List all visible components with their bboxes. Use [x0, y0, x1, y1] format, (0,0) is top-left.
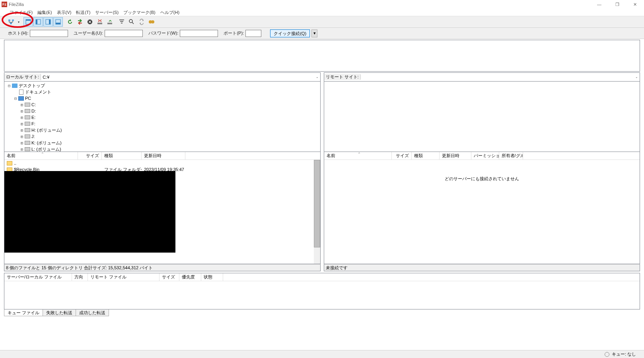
tree-node[interactable]: ⊞K: (ボリューム) — [5, 140, 319, 146]
toggle-remotetree-button[interactable] — [43, 17, 53, 27]
status-bar: キュー: なし — [0, 350, 644, 358]
sync-browse-button[interactable] — [137, 17, 146, 27]
tree-expand-icon[interactable]: ⊞ — [19, 103, 24, 107]
remote-summary: 未接続です — [324, 264, 640, 271]
remote-list-body[interactable]: どのサーバーにも接続されていません — [324, 160, 640, 264]
tree-node[interactable]: ⊟デスクトップ — [5, 82, 319, 89]
queue-col[interactable]: 優先度 — [179, 273, 201, 281]
tree-expand-icon[interactable]: ⊞ — [19, 128, 24, 132]
toggle-messagelog-button[interactable] — [23, 17, 33, 27]
tree-label: K: (ボリューム) — [31, 140, 62, 146]
col-perm[interactable]: パーミッション — [471, 152, 499, 160]
menu-bookmark[interactable]: ブックマーク(B) — [123, 10, 156, 16]
sitemanager-dropdown-icon[interactable]: ▾ — [16, 20, 21, 24]
col-type[interactable]: 種類 — [102, 152, 142, 160]
pass-input[interactable] — [180, 30, 218, 37]
tree-label: F: — [31, 121, 35, 126]
message-log[interactable] — [4, 40, 640, 72]
tree-expand-icon[interactable]: ⊞ — [19, 115, 24, 120]
queue-col[interactable]: サーバー/ローカル ファイル — [4, 273, 72, 281]
local-list-header: 名前 ^ サイズ 種類 更新日時 — [4, 152, 320, 160]
close-button[interactable]: ✕ — [626, 0, 644, 9]
col-type[interactable]: 種類 — [412, 152, 440, 160]
tree-expand-icon[interactable]: ⊟ — [13, 96, 18, 101]
quickconnect-button[interactable]: クイック接続(Q) — [270, 29, 310, 37]
tree-node[interactable]: ⊟PC — [5, 95, 319, 101]
toggle-queue-button[interactable] — [53, 17, 63, 27]
local-site-row: ローカル サイト: C:¥ ⌄ — [4, 72, 321, 81]
tree-node[interactable]: ドキュメント — [5, 89, 319, 95]
host-input[interactable] — [30, 30, 68, 37]
maximize-button[interactable]: ❐ — [608, 0, 626, 9]
quickconnect-dropdown-icon[interactable]: ▾ — [311, 29, 317, 37]
tree-expand-icon[interactable]: ⊟ — [7, 84, 12, 88]
remote-tree[interactable] — [324, 81, 640, 152]
menu-help[interactable]: ヘルプ(H) — [160, 10, 179, 16]
menu-edit[interactable]: 編集(E) — [37, 10, 52, 16]
local-path-combo[interactable]: C:¥ ⌄ — [41, 74, 320, 80]
local-tree[interactable]: ⊟デスクトップドキュメント⊟PC⊞C:⊞D:⊞E:⊞F:⊞H: (ボリューム)⊞… — [4, 81, 321, 152]
queue-col[interactable]: サイズ — [160, 273, 179, 281]
drive-icon — [24, 127, 31, 133]
tree-node[interactable]: ⊞F: — [5, 121, 319, 127]
local-list-body[interactable]: ..$Recycle.Binファイル フォルダー2023/11/09 19:35… — [4, 160, 320, 264]
list-row[interactable]: .. — [4, 160, 320, 166]
filter-button[interactable] — [117, 17, 126, 27]
tree-expand-icon[interactable]: ⊞ — [19, 141, 24, 145]
queue-body[interactable] — [4, 281, 640, 309]
tab-failed-transfers[interactable]: 失敗した転送 — [43, 309, 76, 316]
tree-expand-icon[interactable]: ⊞ — [19, 109, 24, 113]
tab-successful-transfers[interactable]: 成功した転送 — [76, 309, 109, 316]
refresh-button[interactable] — [65, 17, 75, 27]
local-summary: 8 個のファイルと 15 個のディレクトリ 合計サイズ: 15,532,544,… — [4, 264, 321, 271]
tree-node[interactable]: ⊞L: (ボリューム) — [5, 146, 319, 152]
disconnect-button[interactable] — [95, 17, 105, 27]
queue-col[interactable]: 方向 — [72, 273, 88, 281]
toggle-localtree-button[interactable] — [33, 17, 43, 27]
queue-col[interactable]: 状態 — [201, 273, 223, 281]
tree-node[interactable]: ⊞H: (ボリューム) — [5, 127, 319, 133]
sort-asc-icon: ^ — [42, 152, 43, 155]
tree-label: デスクトップ — [19, 83, 45, 89]
menu-transfer[interactable]: 転送(T) — [76, 10, 90, 16]
tree-node[interactable]: ⊞J: — [5, 133, 319, 140]
tab-queue-files[interactable]: キュー ファイル — [4, 309, 43, 316]
compare-button[interactable] — [147, 17, 156, 27]
col-name[interactable]: 名前 ^ — [4, 152, 78, 160]
tree-node[interactable]: ⊞D: — [5, 108, 319, 114]
menu-file[interactable]: ファイル(F) — [10, 10, 33, 16]
port-input[interactable] — [245, 30, 261, 37]
cancel-button[interactable] — [85, 17, 95, 27]
chevron-down-icon: ⌄ — [316, 75, 319, 79]
remote-site-label: リモート サイト: — [324, 74, 360, 80]
scrollbar[interactable] — [314, 160, 320, 264]
menubar: ファイル(F) 編集(E) 表示(V) 転送(T) サーバー(S) ブックマーク… — [0, 9, 644, 16]
col-owner[interactable]: 所有者/グル... — [499, 152, 523, 160]
col-size[interactable]: サイズ — [392, 152, 412, 160]
tree-expand-icon[interactable]: ⊞ — [19, 147, 24, 152]
tree-expand-icon[interactable]: ⊞ — [19, 134, 24, 139]
menu-server[interactable]: サーバー(S) — [95, 10, 119, 16]
remote-path-combo[interactable]: ⌄ — [360, 74, 640, 80]
sitemanager-button[interactable] — [6, 17, 16, 27]
col-date[interactable]: 更新日時 — [142, 152, 185, 160]
quickconnect-bar: ホスト(H): ユーザー名(U): パスワード(W): ポート(P): クイック… — [0, 28, 644, 39]
tree-node[interactable]: ⊞E: — [5, 114, 319, 121]
col-size[interactable]: サイズ — [78, 152, 102, 160]
svg-rect-13 — [107, 23, 112, 24]
redacted-area — [4, 171, 175, 253]
col-date[interactable]: 更新日時 — [440, 152, 471, 160]
reconnect-button[interactable] — [105, 17, 115, 27]
tree-expand-icon[interactable]: ⊞ — [19, 122, 24, 126]
doc-icon — [18, 89, 24, 95]
minimize-button[interactable]: — — [590, 0, 608, 9]
sort-asc-icon: ^ — [358, 152, 360, 155]
queue-col[interactable]: リモート ファイル — [88, 273, 160, 281]
search-button[interactable] — [127, 17, 136, 27]
user-input[interactable] — [105, 30, 143, 37]
process-queue-button[interactable] — [75, 17, 85, 27]
tree-node[interactable]: ⊞C: — [5, 101, 319, 108]
col-name[interactable]: 名前 ^ — [324, 152, 392, 160]
local-site-label: ローカル サイト: — [4, 74, 41, 80]
menu-view[interactable]: 表示(V) — [57, 10, 72, 16]
